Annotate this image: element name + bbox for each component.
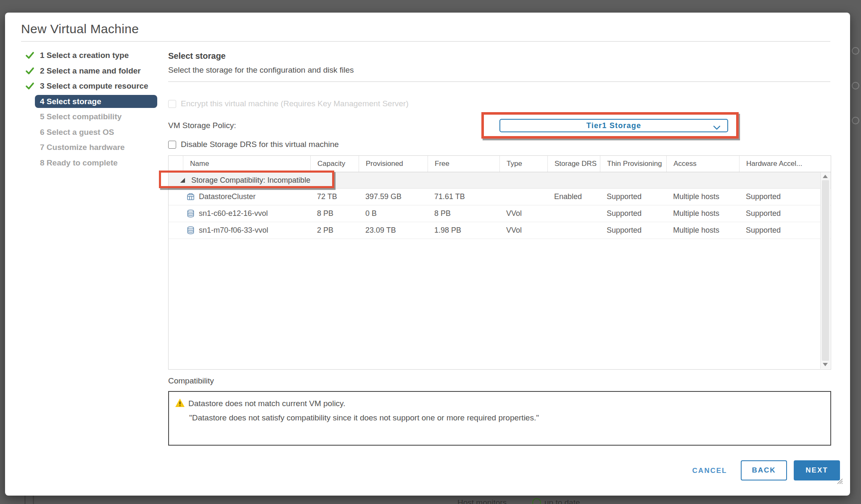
step-select-compute-resource[interactable]: 3 Select a compute resource <box>24 79 164 94</box>
datastore-name: sn1-m70-f06-33-vvol <box>199 226 268 235</box>
table-row-datastore[interactable]: sn1-m70-f06-33-vvol 2 PB 23.09 TB 1.98 P… <box>169 222 831 239</box>
step-select-guest-os[interactable]: 6 Select a guest OS <box>24 125 164 140</box>
cell-type: VVol <box>500 205 548 222</box>
background-icon-fragment <box>852 117 859 124</box>
cell-hardware-accel: Supported <box>740 205 831 222</box>
page-subtitle: Select the storage for the configuration… <box>168 66 354 75</box>
warning-icon <box>175 398 185 409</box>
table-row-datastore-cluster[interactable]: DatastoreCluster 72 TB 397.59 GB 71.61 T… <box>169 189 831 205</box>
datastore-icon <box>186 226 195 235</box>
step-label: 8 Ready to complete <box>40 158 118 168</box>
table-scrollbar[interactable] <box>820 172 830 369</box>
background-edge-fragment <box>33 496 34 504</box>
column-header-free[interactable]: Free <box>428 156 500 172</box>
cell-thin-provisioning: Supported <box>600 222 667 239</box>
step-select-name-folder[interactable]: 2 Select a name and folder <box>24 63 164 79</box>
scroll-down-icon[interactable] <box>823 363 828 366</box>
back-button[interactable]: BACK <box>741 460 787 480</box>
column-header-storage-drs[interactable]: Storage DRS <box>548 156 600 172</box>
cell-hardware-accel: Supported <box>740 189 831 205</box>
column-header-hardware-accel[interactable]: Hardware Accel... <box>740 156 831 172</box>
datastore-icon <box>186 209 195 218</box>
background-icon-fragment <box>852 82 859 89</box>
column-header-thin-provisioning[interactable]: Thin Provisioning <box>600 156 667 172</box>
compatibility-section-label: Compatibility <box>168 376 214 386</box>
page-title: Select storage <box>168 51 226 61</box>
annotation-highlight-compatibility-group <box>159 171 334 188</box>
encrypt-vm-checkbox <box>168 100 176 108</box>
encrypt-vm-row: Encrypt this virtual machine (Requires K… <box>168 99 409 108</box>
step-label: 1 Select a creation type <box>40 51 129 60</box>
content-divider <box>168 81 830 82</box>
check-icon <box>25 82 36 90</box>
compatibility-warning-detail: "Datastore does not satisfy compatibilit… <box>189 413 539 423</box>
cell-thin-provisioning: Supported <box>600 189 667 205</box>
status-ok-icon <box>532 498 541 504</box>
next-button[interactable]: NEXT <box>794 460 840 480</box>
disable-drs-label: Disable Storage DRS for this virtual mac… <box>181 140 339 149</box>
step-label: 3 Select a compute resource <box>40 81 148 91</box>
compatibility-message-box: Datastore does not match current VM poli… <box>168 391 831 446</box>
selector-column-header <box>169 156 183 172</box>
dialog-title: New Virtual Machine <box>21 22 139 36</box>
cell-capacity: 8 PB <box>311 205 359 222</box>
column-header-capacity[interactable]: Capacity <box>311 156 359 172</box>
disable-drs-row: Disable Storage DRS for this virtual mac… <box>168 140 339 149</box>
resize-handle[interactable] <box>835 476 843 486</box>
step-select-compatibility[interactable]: 5 Select compatibility <box>24 109 164 125</box>
cell-storage-drs <box>548 222 600 239</box>
scrollbar-thumb[interactable] <box>822 180 829 361</box>
cell-storage-drs: Enabled <box>548 189 600 205</box>
cell-provisioned: 23.09 TB <box>359 222 428 239</box>
cell-type <box>500 189 548 205</box>
cell-capacity: 2 PB <box>311 222 359 239</box>
column-header-type[interactable]: Type <box>500 156 548 172</box>
cancel-button[interactable]: CANCEL <box>684 463 735 479</box>
step-customize-hardware[interactable]: 7 Customize hardware <box>24 140 164 155</box>
step-label: 7 Customize hardware <box>40 143 125 152</box>
check-icon <box>25 51 36 60</box>
disable-drs-checkbox[interactable] <box>168 141 176 149</box>
cell-access: Multiple hosts <box>667 189 740 205</box>
datastore-cluster-icon <box>186 192 195 201</box>
cell-provisioned: 0 B <box>359 205 428 222</box>
cell-access: Multiple hosts <box>667 205 740 222</box>
background-icon-fragment <box>852 47 859 55</box>
cell-access: Multiple hosts <box>667 222 740 239</box>
step-select-creation-type[interactable]: 1 Select a creation type <box>24 48 164 63</box>
title-divider <box>21 41 830 42</box>
step-ready-to-complete[interactable]: 8 Ready to complete <box>24 155 164 171</box>
cell-free: 1.98 PB <box>428 222 500 239</box>
cell-type: VVol <box>500 222 548 239</box>
vm-storage-policy-label: VM Storage Policy: <box>168 121 236 130</box>
step-label: 6 Select a guest OS <box>40 128 114 137</box>
datastore-name: sn1-c60-e12-16-vvol <box>199 209 268 218</box>
background-text-fragment: Host monitors <box>457 498 507 504</box>
check-icon <box>25 67 36 75</box>
new-vm-wizard-dialog: New Virtual Machine 1 Select a creation … <box>5 13 850 496</box>
cell-provisioned: 397.59 GB <box>359 189 428 205</box>
annotation-highlight-policy <box>481 112 739 139</box>
column-header-name[interactable]: Name <box>183 156 311 172</box>
background-edge-fragment <box>24 496 26 504</box>
cell-hardware-accel: Supported <box>740 222 831 239</box>
background-text-fragment: up to date <box>544 498 580 504</box>
wizard-steps-sidebar: 1 Select a creation type 2 Select a name… <box>24 48 164 171</box>
scroll-up-icon[interactable] <box>823 175 828 178</box>
column-header-provisioned[interactable]: Provisioned <box>359 156 428 172</box>
column-header-access[interactable]: Access <box>667 156 740 172</box>
table-header-row: Name Capacity Provisioned Free Type Stor… <box>169 156 831 172</box>
datastore-name: DatastoreCluster <box>199 192 256 201</box>
cell-free: 71.61 TB <box>428 189 500 205</box>
step-label: 4 Select storage <box>40 97 101 106</box>
cell-capacity: 72 TB <box>311 189 359 205</box>
cell-thin-provisioning: Supported <box>600 205 667 222</box>
encrypt-vm-label: Encrypt this virtual machine (Requires K… <box>181 99 409 108</box>
table-row-datastore[interactable]: sn1-c60-e12-16-vvol 8 PB 0 B 8 PB VVol S… <box>169 205 831 222</box>
step-label: 2 Select a name and folder <box>40 66 141 76</box>
cell-storage-drs <box>548 205 600 222</box>
compatibility-warning-title: Datastore does not match current VM poli… <box>188 399 345 408</box>
step-select-storage[interactable]: 4 Select storage <box>24 94 164 110</box>
step-label: 5 Select compatibility <box>40 112 121 121</box>
cell-free: 8 PB <box>428 205 500 222</box>
